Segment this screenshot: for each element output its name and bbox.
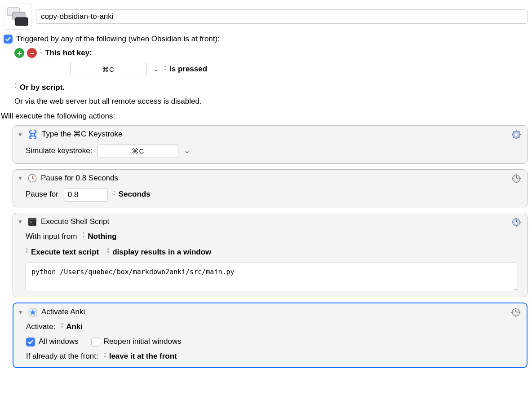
macro-icon[interactable]	[4, 4, 31, 30]
macro-enabled-checkbox[interactable]	[4, 35, 13, 44]
action-shell-script[interactable]: ▼ >_ Execute Shell Script With input fro…	[13, 213, 528, 298]
action-activate-app[interactable]: ▼ Activate Anki Activate: ˄˅ Anki All wi	[13, 303, 528, 368]
svg-line-11	[513, 137, 514, 138]
actions-heading: Will execute the following actions:	[0, 109, 532, 125]
pause-duration-input[interactable]	[64, 188, 108, 202]
macro-name-input[interactable]	[36, 9, 528, 24]
gear-icon[interactable]	[510, 306, 522, 319]
gear-icon[interactable]	[510, 216, 523, 228]
clock-icon	[27, 173, 37, 183]
disclosure-icon[interactable]: ▼	[18, 309, 24, 316]
input-from-value: Nothing	[88, 232, 116, 242]
action-title: Type the ⌘C Keystroke	[42, 129, 123, 140]
svg-rect-2	[15, 18, 28, 26]
trigger-type-stepper[interactable]: ˄˅	[40, 50, 42, 56]
display-mode-stepper[interactable]: ˄˅	[107, 249, 110, 255]
add-trigger-button[interactable]: ＋	[14, 48, 24, 58]
svg-point-4	[515, 133, 518, 136]
disclosure-icon[interactable]: ▼	[18, 218, 24, 225]
hotkey-recorder[interactable]: ⌘C	[70, 63, 146, 76]
already-front-stepper[interactable]: ˄˅	[104, 354, 106, 360]
action-title: Pause for 0.8 Seconds	[41, 173, 118, 184]
remove-trigger-button[interactable]: －	[27, 48, 37, 58]
keystroke-field[interactable]: ⌘C	[98, 145, 178, 158]
reopen-windows-label: Reopen initial windows	[104, 337, 182, 347]
gear-icon[interactable]	[510, 128, 523, 141]
hotkey-mode-label: is pressed	[169, 64, 207, 75]
pause-unit-label: Seconds	[119, 189, 151, 200]
svg-point-20	[32, 178, 33, 179]
hotkey-label: This hot key:	[45, 48, 92, 58]
action-title: Execute Shell Script	[41, 217, 109, 227]
svg-line-10	[519, 137, 520, 138]
gear-icon[interactable]	[510, 172, 523, 185]
activate-app-name: Anki	[66, 322, 83, 332]
script-trigger-stepper[interactable]: ˄˅	[14, 84, 17, 91]
anki-app-icon	[28, 307, 38, 317]
action-type-keystroke[interactable]: ▼ Type the ⌘C Keystroke Simulate keystro…	[13, 125, 528, 164]
or-web-label: Or via the web server but all remote acc…	[14, 97, 202, 107]
svg-line-12	[519, 131, 520, 132]
disclosure-icon[interactable]: ▼	[18, 175, 24, 182]
pause-for-label: Pause for	[26, 189, 58, 200]
already-front-value: leave it at the front	[109, 351, 177, 362]
all-windows-checkbox[interactable]	[26, 338, 35, 347]
pause-unit-stepper[interactable]: ˄˅	[113, 192, 116, 198]
input-from-label: With input from	[26, 232, 77, 242]
input-from-stepper[interactable]: ˄˅	[82, 233, 85, 240]
script-mode-label: Execute text script	[31, 247, 99, 258]
hotkey-dropdown-icon[interactable]: ⌄	[153, 64, 158, 75]
already-front-label: If already at the front:	[26, 351, 98, 362]
svg-text:>_: >_	[30, 220, 34, 224]
action-pause[interactable]: ▼ Pause for 0.8 Seconds Pause for ˄˅ Sec…	[13, 169, 528, 207]
all-windows-label: All windows	[39, 337, 79, 347]
or-script-label: Or by script.	[20, 83, 65, 93]
reopen-windows-checkbox[interactable]	[91, 338, 100, 347]
svg-line-9	[513, 131, 514, 132]
terminal-icon: >_	[27, 217, 37, 227]
disclosure-icon[interactable]: ▼	[18, 131, 24, 138]
activate-label: Activate:	[26, 322, 55, 332]
simulate-keystroke-label: Simulate keystroke:	[26, 146, 92, 156]
action-title: Activate Anki	[41, 307, 85, 317]
command-icon	[27, 129, 38, 140]
hotkey-mode-stepper[interactable]: ˄˅	[164, 66, 167, 73]
trigger-heading: Triggered by any of the following (when …	[16, 34, 220, 44]
display-mode-label: display results in a window	[112, 247, 211, 258]
keystroke-dropdown-icon[interactable]: ⌄	[184, 146, 189, 156]
svg-rect-28	[28, 218, 36, 220]
script-textarea[interactable]	[26, 263, 518, 291]
activate-app-stepper[interactable]: ˄˅	[61, 324, 63, 330]
script-mode-stepper[interactable]: ˄˅	[26, 249, 28, 255]
